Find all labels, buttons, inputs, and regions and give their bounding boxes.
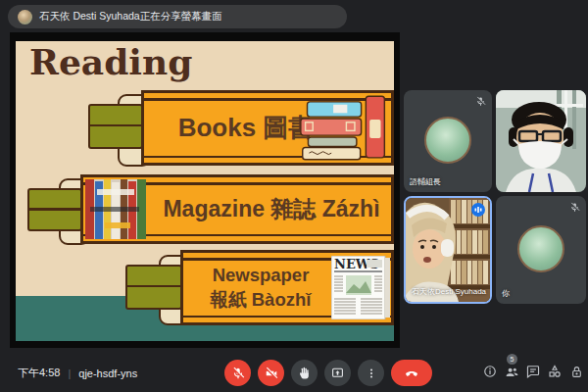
newspaper-label: Newspaper 報紙 Bàozhǐ	[192, 255, 329, 320]
tile-participant-desti[interactable]: 石天依Desti Syuhada	[404, 196, 492, 304]
slide-title: Reading	[29, 41, 192, 82]
mic-off-icon	[475, 96, 486, 107]
presenter-avatar	[18, 10, 32, 24]
activities-icon[interactable]	[547, 364, 563, 379]
call-controls	[224, 360, 432, 386]
meeting-code: qje-hsdf-yns	[78, 368, 137, 379]
book-tab-decoration	[125, 265, 182, 310]
clock-time: 下午4:58	[18, 366, 60, 380]
participant-name: 你	[502, 288, 510, 299]
tile-participant-2[interactable]	[496, 90, 586, 192]
raise-hand-button[interactable]	[291, 360, 318, 386]
tile-participant-you[interactable]: 你	[496, 196, 586, 304]
participant-video-man	[496, 90, 586, 192]
newspaper-label-en: Newspaper	[213, 264, 310, 288]
newspaper-label-zh: 報紙 Bàozhǐ	[211, 288, 312, 313]
info-icon[interactable]	[482, 364, 498, 379]
screen-share-banner: 石天依 Desti Syuhada正在分享螢幕畫面	[8, 5, 347, 28]
tile-participant-1[interactable]: 諮輔組長	[404, 90, 492, 192]
participant-avatar	[424, 117, 471, 164]
people-icon[interactable]	[504, 364, 519, 379]
book-tab-decoration	[27, 188, 82, 231]
meeting-info: 下午4:58 | qje-hsdf-yns	[18, 366, 137, 380]
mic-off-icon	[569, 202, 580, 213]
leave-call-button[interactable]	[391, 360, 432, 386]
newspaper-illustration: NEWS	[331, 256, 390, 319]
meet-window: 石天依 Desti Syuhada正在分享螢幕畫面 Reading Books …	[0, 0, 588, 392]
host-controls-icon[interactable]	[568, 364, 584, 379]
screen-share-banner-text: 石天依 Desti Syuhada正在分享螢幕畫面	[39, 10, 222, 24]
participant-name: 諮輔組長	[410, 176, 441, 187]
chat-icon[interactable]	[525, 364, 541, 379]
books-stack-illustration	[298, 95, 391, 161]
magazine-label: Magazine 雜誌 Zázhì	[153, 178, 390, 240]
participant-avatar	[517, 225, 564, 272]
camera-off-button[interactable]	[258, 360, 284, 386]
magazine-rack-photo	[85, 179, 146, 239]
book-tab-decoration	[88, 104, 143, 149]
mic-off-button[interactable]	[224, 360, 251, 386]
meeting-panels	[482, 364, 584, 379]
shared-screen-area: Reading Books 圖書	[10, 32, 400, 348]
present-screen-button[interactable]	[324, 360, 351, 386]
presentation-slide: Reading Books 圖書	[16, 41, 394, 341]
speaking-indicator-icon	[471, 203, 485, 217]
more-options-button[interactable]	[358, 360, 384, 386]
participant-count-badge: 5	[507, 354, 517, 365]
participant-name: 石天依Desti Syuhada	[412, 286, 486, 297]
